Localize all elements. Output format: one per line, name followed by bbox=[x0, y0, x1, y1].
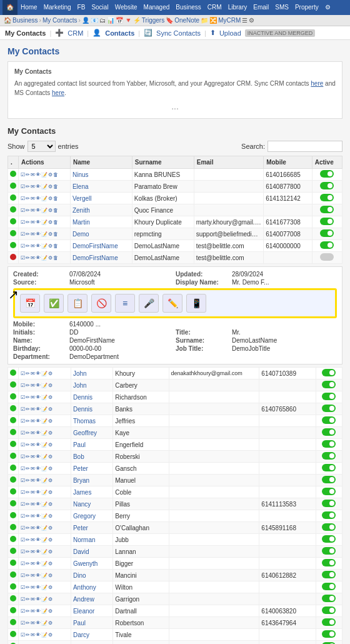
action-view[interactable]: 👁 bbox=[36, 549, 41, 555]
action-view[interactable]: 👁 bbox=[36, 231, 41, 237]
action-check[interactable]: ☑ bbox=[21, 371, 25, 376]
breadcrumb-mycontacts[interactable]: My Contacts bbox=[42, 17, 78, 24]
action-note[interactable]: 📝 bbox=[41, 383, 48, 388]
nav-business[interactable]: Business bbox=[172, 0, 204, 15]
action-view[interactable]: 👁 bbox=[36, 513, 41, 519]
action-check[interactable]: ☑ bbox=[21, 466, 25, 471]
action-note[interactable]: 📝 bbox=[41, 255, 48, 261]
action-mail[interactable]: ✉ bbox=[31, 383, 35, 388]
breadcrumb-icon9[interactable]: 📁 bbox=[201, 17, 208, 24]
action-mail[interactable]: ✉ bbox=[31, 573, 35, 578]
action-check[interactable]: ☑ bbox=[21, 620, 25, 626]
action-note[interactable]: 📝 bbox=[41, 501, 48, 507]
table-row[interactable]: ☑ ✏ ✉ 👁 📝 ⚙ Dennis Banks 6140765860 bbox=[8, 403, 342, 415]
action-more[interactable]: ⚙ bbox=[48, 208, 52, 213]
action-check[interactable]: ☑ bbox=[21, 243, 25, 249]
breadcrumb-icon10[interactable]: 🔀 bbox=[209, 17, 217, 24]
row-name[interactable]: Dino bbox=[71, 570, 112, 581]
action-del[interactable]: 🗑 bbox=[53, 243, 58, 249]
active-toggle[interactable] bbox=[320, 229, 334, 237]
action-note[interactable]: 📝 bbox=[41, 632, 48, 638]
toolbar-btn-menu[interactable]: ≡ bbox=[115, 294, 135, 313]
row-name[interactable]: DemoFirstName bbox=[70, 240, 132, 252]
search-input[interactable] bbox=[268, 141, 342, 152]
action-note[interactable]: 📝 bbox=[41, 490, 48, 495]
nav-settings[interactable]: ⚙ bbox=[322, 0, 334, 15]
action-edit[interactable]: ✏ bbox=[26, 608, 30, 614]
action-del[interactable]: 🗑 bbox=[53, 208, 58, 213]
table-row[interactable]: ☑ ✏ ✉ 👁 📝 ⚙ Gwenyth Bigger bbox=[8, 558, 342, 570]
action-view[interactable]: 👁 bbox=[36, 585, 41, 590]
action-mail[interactable]: ✉ bbox=[31, 478, 35, 483]
action-del[interactable]: 🗑 bbox=[53, 219, 58, 225]
breadcrumb-icon5[interactable]: 📅 bbox=[116, 17, 123, 24]
action-edit[interactable]: ✏ bbox=[26, 537, 30, 543]
nav-email[interactable]: Email bbox=[250, 0, 272, 15]
active-toggle[interactable] bbox=[322, 535, 336, 543]
action-del[interactable]: 🗑 bbox=[53, 184, 58, 189]
table-row[interactable]: ☑ ✏ ✉ 👁 📝 ⚙ 🗑 Martin Khoury Duplicate ma… bbox=[8, 216, 342, 228]
breadcrumb-icon11[interactable]: ☰ bbox=[242, 17, 248, 24]
breadcrumb-icon1[interactable]: 👤 bbox=[82, 17, 89, 24]
action-mail[interactable]: ✉ bbox=[31, 585, 35, 590]
active-toggle[interactable] bbox=[322, 416, 336, 424]
action-more[interactable]: ⚙ bbox=[48, 172, 52, 178]
action-view[interactable]: 👁 bbox=[36, 406, 41, 412]
active-toggle[interactable] bbox=[322, 606, 336, 614]
action-more[interactable]: ⚙ bbox=[48, 430, 52, 436]
action-note[interactable]: 📝 bbox=[41, 418, 48, 424]
desc-link1[interactable]: here bbox=[311, 80, 323, 87]
action-check[interactable]: ☑ bbox=[21, 255, 25, 261]
action-edit[interactable]: ✏ bbox=[26, 219, 30, 225]
action-edit[interactable]: ✏ bbox=[26, 395, 30, 400]
action-view[interactable]: 👁 bbox=[36, 561, 41, 566]
action-more[interactable]: ⚙ bbox=[48, 255, 52, 261]
subnav-crm[interactable]: CRM bbox=[68, 29, 83, 37]
breadcrumb-icon2[interactable]: 📧 bbox=[91, 17, 98, 24]
action-view[interactable]: 👁 bbox=[36, 219, 41, 225]
action-mail[interactable]: ✉ bbox=[31, 513, 35, 519]
toolbar-btn-mic[interactable]: 🎤 bbox=[139, 294, 159, 313]
action-more[interactable]: ⚙ bbox=[48, 490, 52, 495]
action-del[interactable]: 🗑 bbox=[53, 255, 58, 261]
row-name[interactable]: Elena bbox=[70, 181, 132, 193]
subnav-contacts[interactable]: Contacts bbox=[105, 29, 134, 37]
action-more[interactable]: ⚙ bbox=[48, 585, 52, 590]
active-toggle[interactable] bbox=[322, 500, 336, 507]
nav-crm[interactable]: CRM bbox=[204, 0, 225, 15]
table-row[interactable]: ☑ ✏ ✉ 👁 📝 ⚙ Norman Jubb bbox=[8, 534, 342, 546]
table-row[interactable]: ☑ ✏ ✉ 👁 📝 ⚙ 🗑 Elena Paramato Brew 614087… bbox=[8, 181, 342, 193]
row-name[interactable]: Paul bbox=[71, 617, 112, 629]
action-more[interactable]: ⚙ bbox=[48, 573, 52, 578]
action-edit[interactable]: ✏ bbox=[26, 184, 30, 189]
action-view[interactable]: 👁 bbox=[36, 478, 41, 483]
action-mail[interactable]: ✉ bbox=[31, 608, 35, 614]
table-row[interactable]: ☑ ✏ ✉ 👁 📝 ⚙ Andrew Garrigon bbox=[8, 593, 342, 605]
active-toggle[interactable] bbox=[320, 170, 334, 178]
action-note[interactable]: 📝 bbox=[41, 596, 48, 602]
row-name[interactable]: Zenith bbox=[70, 204, 132, 216]
breadcrumb-triggers[interactable]: Triggers bbox=[142, 17, 164, 24]
inactive-toggle[interactable] bbox=[320, 253, 334, 261]
row-name[interactable]: Paul bbox=[71, 439, 112, 451]
action-view[interactable]: 👁 bbox=[36, 620, 41, 626]
action-mail[interactable]: ✉ bbox=[31, 549, 35, 555]
nav-library[interactable]: Library bbox=[225, 0, 251, 15]
action-edit[interactable]: ✏ bbox=[26, 573, 30, 578]
active-toggle[interactable] bbox=[322, 405, 336, 412]
row-name[interactable]: Bob bbox=[71, 451, 112, 463]
action-mail[interactable]: ✉ bbox=[31, 466, 35, 471]
table-row[interactable]: ☑ ✏ ✉ 👁 📝 ⚙ James Coble bbox=[8, 486, 342, 498]
desc-link2[interactable]: here bbox=[52, 89, 64, 96]
action-check[interactable]: ☑ bbox=[21, 513, 25, 519]
action-check[interactable]: ☑ bbox=[21, 383, 25, 388]
table-row[interactable]: ☑ ✏ ✉ 👁 📝 ⚙ Thomas Jeffries bbox=[8, 415, 342, 427]
action-note[interactable]: 📝 bbox=[41, 184, 48, 189]
subnav-upload[interactable]: Upload bbox=[219, 29, 241, 37]
action-edit[interactable]: ✏ bbox=[26, 501, 30, 507]
action-edit[interactable]: ✏ bbox=[26, 430, 30, 436]
action-view[interactable]: 👁 bbox=[36, 537, 41, 543]
action-more[interactable]: ⚙ bbox=[48, 501, 52, 507]
action-check[interactable]: ☑ bbox=[21, 585, 25, 590]
action-more[interactable]: ⚙ bbox=[48, 184, 52, 189]
